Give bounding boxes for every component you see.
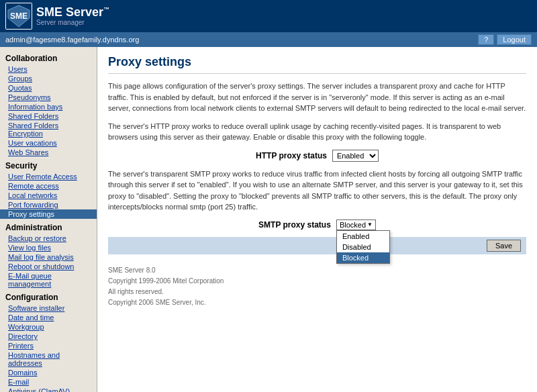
http-status-select[interactable]: Enabled Disabled Blocked <box>332 150 379 162</box>
footer-line1: SME Server 8.0 <box>108 265 526 276</box>
sidebar-item-date-and-time[interactable]: Date and time <box>0 313 97 322</box>
main-content: Proxy settings This page allows configur… <box>97 47 537 392</box>
http-status-label: HTTP proxy status <box>256 151 327 160</box>
main-layout: CollaborationUsersGroupsQuotasPseudonyms… <box>0 47 537 392</box>
sidebar-section-title: Configuration <box>0 289 97 303</box>
logo-title: SME Server™ <box>36 6 109 19</box>
sidebar-item-user-vacations[interactable]: User vacations <box>0 138 97 148</box>
smtp-option-blocked[interactable]: Blocked <box>337 252 389 263</box>
sidebar-item-shared-folders-encryption[interactable]: Shared Folders Encryption <box>0 121 97 138</box>
sidebar-item-quotas[interactable]: Quotas <box>0 83 97 93</box>
logo-subtitle: Server manager <box>36 19 109 26</box>
smtp-intro: The server's transparent SMTP proxy work… <box>108 168 526 213</box>
sidebar: CollaborationUsersGroupsQuotasPseudonyms… <box>0 47 97 392</box>
logo-text-area: SME Server™ Server manager <box>36 6 109 27</box>
sidebar-item-shared-folders[interactable]: Shared Folders <box>0 111 97 121</box>
sidebar-item-hostnames-and-addresses[interactable]: Hostnames and addresses <box>0 350 97 368</box>
smtp-dropdown-display[interactable]: Blocked ▼ <box>336 219 376 230</box>
sidebar-section-title: Collaboration <box>0 50 97 64</box>
intro-para2: The server's HTTP proxy works to reduce … <box>108 121 526 143</box>
topbar-actions: ? Logout <box>478 34 532 45</box>
sidebar-item-software-installer[interactable]: Software installer <box>0 303 97 313</box>
sidebar-item-reboot-or-shutdown[interactable]: Reboot or shutdown <box>0 262 97 271</box>
sidebar-item-proxy-settings[interactable]: Proxy settings <box>0 209 97 219</box>
header: SME SME Server™ Server manager <box>0 0 537 32</box>
smtp-status-label: SMTP proxy status <box>258 220 331 230</box>
logout-button[interactable]: Logout <box>497 34 532 45</box>
footer: SME Server 8.0 Copyright 1999-2006 Mitel… <box>108 265 526 308</box>
sidebar-item-remote-access[interactable]: Remote access <box>0 181 97 191</box>
sidebar-section-title: Security <box>0 157 97 172</box>
logo-icon: SME <box>5 3 32 30</box>
logo-svg: SME <box>6 3 32 29</box>
admin-user-label: admin@fagesme8.fagefamily.dyndns.org <box>5 36 139 44</box>
help-button[interactable]: ? <box>478 34 494 45</box>
sidebar-section-title: Administration <box>0 219 97 234</box>
topbar: admin@fagesme8.fagefamily.dyndns.org ? L… <box>0 32 537 47</box>
smtp-dropdown-container: Blocked ▼ Enabled Disabled Blocked <box>336 219 376 230</box>
sidebar-item-e-mail-queue-management[interactable]: E-Mail queue management <box>0 271 97 289</box>
footer-line3: All rights reserved. <box>108 287 526 297</box>
smtp-dropdown-arrow: ▼ <box>367 222 373 228</box>
sidebar-item-local-networks[interactable]: Local networks <box>0 191 97 200</box>
footer-line4: Copyright 2006 SME Server, Inc. <box>108 297 526 308</box>
sidebar-item-groups[interactable]: Groups <box>0 74 97 83</box>
smtp-option-enabled[interactable]: Enabled <box>337 231 389 242</box>
save-button[interactable]: Save <box>487 240 521 252</box>
sidebar-item-pseudonyms[interactable]: Pseudonyms <box>0 93 97 102</box>
smtp-option-disabled[interactable]: Disabled <box>337 242 389 252</box>
sidebar-item-view-log-files[interactable]: View log files <box>0 243 97 252</box>
smtp-status-row: SMTP proxy status Blocked ▼ Enabled Disa… <box>108 219 526 230</box>
logo-area: SME SME Server™ Server manager <box>5 3 109 30</box>
sidebar-item-workgroup[interactable]: Workgroup <box>0 322 97 332</box>
footer-line2: Copyright 1999-2006 Mitel Corporation <box>108 276 526 287</box>
sidebar-item-user-remote-access[interactable]: User Remote Access <box>0 172 97 181</box>
page-title: Proxy settings <box>108 55 526 74</box>
sidebar-item-users[interactable]: Users <box>0 64 97 74</box>
smtp-dropdown-menu: Enabled Disabled Blocked <box>336 230 390 264</box>
http-status-row: HTTP proxy status Enabled Disabled Block… <box>108 150 526 162</box>
sidebar-item-domains[interactable]: Domains <box>0 368 97 377</box>
smtp-selected-value: Blocked <box>340 221 366 229</box>
svg-text:SME: SME <box>10 11 28 21</box>
save-row: Save <box>108 237 526 254</box>
intro-para1: This page allows configuration of the se… <box>108 81 526 114</box>
sidebar-item-directory[interactable]: Directory <box>0 332 97 341</box>
sidebar-item-backup-or-restore[interactable]: Backup or restore <box>0 234 97 243</box>
sidebar-item-web-shares[interactable]: Web Shares <box>0 148 97 157</box>
sidebar-item-port-forwarding[interactable]: Port forwarding <box>0 200 97 209</box>
sidebar-item-antivirus-(clamav)[interactable]: Antivirus (ClamAV) <box>0 387 97 392</box>
sidebar-item-printers[interactable]: Printers <box>0 341 97 350</box>
sidebar-item-mail-log-file-analysis[interactable]: Mail log file analysis <box>0 252 97 262</box>
sidebar-item-information-bays[interactable]: Information bays <box>0 102 97 111</box>
sidebar-item-e-mail[interactable]: E-mail <box>0 377 97 387</box>
